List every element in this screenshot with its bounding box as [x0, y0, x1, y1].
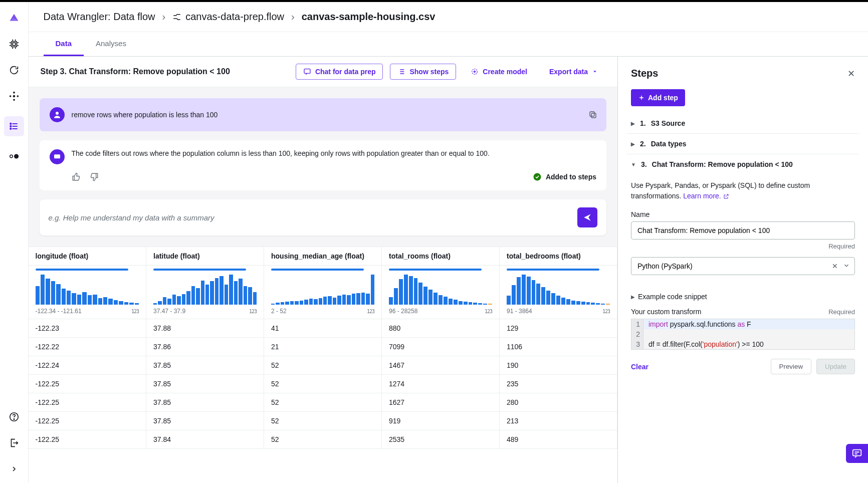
flow-icon: [172, 13, 181, 22]
table-row[interactable]: -122.2537.8552919213: [29, 412, 617, 430]
preview-button[interactable]: Preview: [771, 359, 811, 374]
chip-icon[interactable]: [8, 38, 20, 50]
table-cell: 235: [500, 375, 617, 393]
required-label: Required: [828, 308, 855, 316]
step-name-input[interactable]: [631, 221, 855, 239]
external-link-icon: [723, 193, 729, 199]
svg-point-16: [56, 112, 59, 115]
svg-point-7: [10, 123, 12, 125]
table-row[interactable]: -122.2537.84522535489: [29, 430, 617, 449]
step-item-3[interactable]: ▼ 3. Chat Transform: Remove population <…: [627, 154, 859, 174]
code-editor[interactable]: 1import pyspark.sql.functions as F 2 3df…: [631, 319, 855, 350]
create-model-button[interactable]: Create model: [463, 64, 535, 80]
table-cell: -122.25: [29, 375, 146, 393]
send-button[interactable]: [577, 207, 597, 227]
copy-icon[interactable]: [588, 110, 597, 119]
column-header[interactable]: housing_median_age (float): [264, 247, 382, 266]
add-step-button[interactable]: ＋ Add step: [631, 89, 685, 106]
breadcrumb-root[interactable]: Data Wrangler: Data flow: [44, 11, 155, 23]
user-avatar-icon: [50, 107, 65, 122]
chat-area: remove rows where population is less tha…: [29, 87, 618, 247]
column-histogram: 91 - 3864123: [500, 266, 617, 319]
table-cell: 52: [264, 430, 382, 449]
caret-right-icon: ▶: [631, 141, 635, 147]
language-select[interactable]: [631, 257, 855, 275]
caret-right-icon: ▶: [631, 121, 635, 126]
list-icon[interactable]: [4, 116, 24, 136]
data-table: longitude (float)latitude (float)housing…: [29, 247, 618, 483]
thumbs-down-icon[interactable]: [90, 172, 99, 181]
step-description: Use Pyspark, Pandas, or Pyspark (SQL) to…: [631, 180, 855, 201]
column-header[interactable]: longitude (float): [29, 247, 146, 266]
thumbs-up-icon[interactable]: [72, 172, 81, 181]
model-icon: [471, 68, 479, 76]
export-data-button[interactable]: Export data: [542, 64, 605, 80]
caret-right-icon: ▶: [631, 294, 635, 300]
svg-point-9: [10, 128, 12, 130]
table-cell: 52: [264, 412, 382, 430]
table-cell: 37.86: [146, 338, 264, 356]
table-cell: 52: [264, 375, 382, 393]
svg-point-10: [10, 155, 13, 158]
plus-icon: ＋: [638, 93, 645, 102]
user-message-text: remove rows where population is less tha…: [72, 111, 218, 119]
example-snippet-toggle[interactable]: ▶ Example code snippet: [631, 286, 855, 308]
svg-rect-18: [590, 112, 594, 116]
chevron-down-icon[interactable]: [843, 262, 850, 270]
table-cell: 280: [500, 393, 617, 412]
column-header[interactable]: total_rooms (float): [382, 247, 500, 266]
table-row[interactable]: -122.2237.862170991106: [29, 338, 617, 356]
table-cell: 1106: [500, 338, 617, 356]
name-label: Name: [631, 210, 855, 218]
column-header[interactable]: total_bedrooms (float): [500, 247, 617, 266]
network-icon[interactable]: [8, 90, 20, 102]
logo-icon[interactable]: [8, 12, 20, 24]
table-row[interactable]: -122.2537.85521274235: [29, 375, 617, 393]
tab-analyses[interactable]: Analyses: [84, 32, 138, 56]
clear-button[interactable]: Clear: [631, 363, 648, 371]
table-cell: 1467: [382, 356, 500, 375]
breadcrumb-current: canvas-sample-housing.csv: [302, 11, 436, 23]
show-steps-button[interactable]: Show steps: [390, 64, 456, 80]
chat-data-prep-button[interactable]: Chat for data prep: [296, 64, 383, 80]
logout-icon[interactable]: [8, 437, 20, 449]
clear-select-icon[interactable]: ✕: [832, 262, 838, 270]
svg-rect-21: [853, 450, 861, 456]
chat-user-message: remove rows where population is less tha…: [40, 98, 607, 131]
left-rail: [0, 2, 29, 483]
chevron-right-icon: ›: [291, 11, 295, 23]
table-cell: 7099: [382, 338, 500, 356]
help-icon[interactable]: [8, 411, 20, 423]
close-icon[interactable]: ✕: [847, 68, 855, 79]
steps-panel: Steps ✕ ＋ Add step ▶ 1. S3 Source ▶ 2.: [617, 57, 868, 483]
step-item-1[interactable]: ▶ 1. S3 Source: [627, 113, 859, 134]
chevron-right-icon: ›: [162, 11, 166, 23]
svg-point-20: [533, 173, 541, 181]
svg-point-8: [10, 126, 12, 127]
table-row[interactable]: -122.2537.85521627280: [29, 393, 617, 412]
added-to-steps-badge: Added to steps: [533, 172, 596, 181]
refresh-icon[interactable]: [8, 64, 20, 76]
table-row[interactable]: -122.2337.8841880129: [29, 319, 617, 338]
dots-icon[interactable]: [8, 150, 20, 162]
table-cell: 37.85: [146, 412, 264, 430]
column-header[interactable]: latitude (float): [146, 247, 264, 266]
svg-rect-19: [54, 154, 60, 158]
breadcrumb-file[interactable]: canvas-data-prep.flow: [172, 11, 284, 23]
expand-rail-icon[interactable]: [8, 463, 20, 475]
tab-data[interactable]: Data: [44, 32, 84, 56]
svg-point-11: [14, 154, 19, 158]
chat-fab-button[interactable]: [846, 444, 868, 463]
tabs: Data Analyses: [29, 32, 869, 57]
check-circle-icon: [533, 172, 542, 181]
table-cell: 129: [500, 319, 617, 338]
table-cell: 880: [382, 319, 500, 338]
list-icon: [397, 68, 405, 76]
table-cell: 37.85: [146, 375, 264, 393]
table-row[interactable]: -122.2437.85521467190: [29, 356, 617, 375]
step-item-2[interactable]: ▶ 2. Data types: [627, 134, 859, 154]
table-cell: 52: [264, 356, 382, 375]
chat-input[interactable]: [49, 213, 572, 222]
table-cell: 1274: [382, 375, 500, 393]
learn-more-link[interactable]: Learn more.: [683, 192, 729, 200]
